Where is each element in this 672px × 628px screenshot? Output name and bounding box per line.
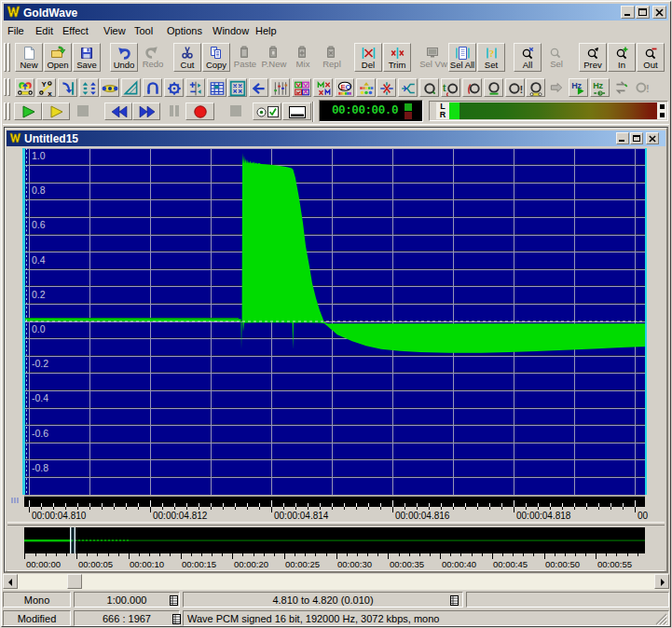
svg-text:Hz: Hz — [593, 81, 603, 90]
svg-text:O: O — [346, 83, 351, 91]
svg-text:Y: Y — [41, 80, 47, 89]
svg-text:x: x — [48, 89, 52, 97]
svg-text:t: t — [443, 83, 446, 93]
svg-text:Hz: Hz — [571, 81, 582, 90]
svg-text:?: ? — [489, 48, 495, 59]
svg-text:!: ! — [520, 84, 524, 95]
svg-text:!: ! — [646, 83, 650, 94]
